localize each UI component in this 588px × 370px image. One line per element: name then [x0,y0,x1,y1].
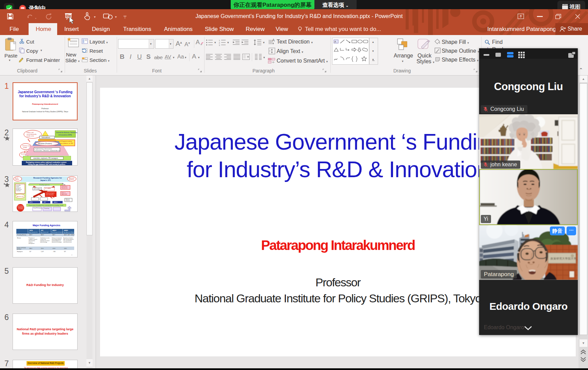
svg-text:development: development [29,243,34,244]
svg-text:Science: Science [66,200,70,201]
svg-text:New Energy and Industrial: New Energy and Industrial [52,232,63,233]
svg-text:Advance Sci: Advance Sci [17,196,24,197]
svg-text:Council for Science, Technolog: Council for Science, Technology [56,132,77,133]
svg-text:Check: Check [15,179,19,180]
svg-text:A: A [272,38,275,42]
svg-text:MEXT, METI, MHLW: MEXT, METI, MHLW [64,234,75,236]
svg-text:AMED: AMED [64,230,68,231]
svg-text:needs to be: needs to be [27,135,34,137]
svg-text:1: 1 [219,39,220,41]
svg-text:～800: ～800 [52,251,55,252]
svg-text:MEXT: MEXT [41,234,44,236]
svg-text:new missions: new missions [46,194,54,196]
svg-text:Applicable: Applicable [62,194,67,195]
svg-text:Funding agencies: Funding agencies [39,184,50,186]
svg-text:JSPS: JSPS [29,202,33,203]
svg-text:outcome: outcome [16,190,21,191]
svg-text:JSPS-MEXT: JSPS-MEXT [33,188,41,190]
svg-text:needs: needs [23,147,27,148]
svg-text:MEXT: MEXT [29,234,32,236]
svg-text:Grant/Participation: Grant/Participation [33,207,43,209]
svg-text:Japan Science and: Japan Science and [40,232,48,233]
svg-text:and infrastructures: and infrastructures [63,241,72,243]
svg-text:Japan Society for the: Japan Society for the [29,232,38,233]
svg-text:Mission: Mission [17,237,21,239]
svg-text:Science: Science [69,179,74,180]
svg-text:Ministries (Funders): Ministries (Funders) [38,143,52,145]
svg-text:327: 327 [64,251,66,252]
svg-text:Filling the gap between S&T an: Filling the gap between S&T and society … [28,164,65,165]
svg-text:Employees: Employees [17,251,23,252]
svg-text:119.0: 119.0 [41,248,44,249]
svg-text:Research Funding Agencies for: Research Funding Agencies for [33,177,62,179]
svg-text:126.5: 126.5 [64,248,67,249]
svg-text:restructuring &: restructuring & [46,192,54,194]
svg-text:universities, industries, nati: universities, industries, national labs … [35,150,61,151]
svg-text:Major Funding Agencies: Major Funding Agencies [33,224,60,227]
svg-text:2: 2 [219,42,220,44]
svg-text:NEDO: NEDO [54,202,58,203]
svg-text:METI: METI [52,234,55,236]
svg-text:JSPS: JSPS [29,230,33,231]
svg-text:政策研究大学院大学: 政策研究大学院大学 [550,257,577,260]
svg-text:Presiding Ministry: Presiding Ministry [17,234,26,236]
svg-text:JST: JST [44,202,46,203]
svg-text:Subcabinet: Subcabinet [42,136,50,138]
svg-text:industrial technologies: industrial technologies [52,241,62,243]
svg-text:Reshaping science policy makin: Reshaping science policy making & evalua… [26,162,66,163]
svg-text:147: 147 [29,251,31,252]
svg-text:& funding: & funding [18,208,23,209]
svg-text:Needs-driv.: Needs-driv. [62,187,68,189]
svg-text:JST: JST [41,230,44,231]
svg-text:(bln.yen): (bln.yen) [17,249,21,250]
svg-text:and technology: and technology [40,241,47,243]
svg-text:NEDO: NEDO [52,230,56,231]
svg-text:Japan's STI: Japan's STI [40,179,51,181]
svg-text:A spectrum of funding from cur: A spectrum of funding from curiosity dri… [29,205,63,206]
svg-text:3: 3 [219,44,220,46]
svg-text:129.8: 129.8 [52,248,55,249]
svg-text:A: A [334,40,337,43]
svg-text:& Innovation (CSTI): & Innovation (CSTI) [59,134,72,136]
svg-text:Promoting: Promoting [44,208,49,209]
svg-text:Japan Agency for Medical: Japan Agency for Medical [63,232,74,233]
svg-text:JST, AMED: JST, AMED [45,188,51,189]
svg-text:scientists, engineers, PD mana: scientists, engineers, PD managers [33,157,58,159]
svg-text:1,247: 1,247 [41,251,44,252]
svg-text:266.3: 266.3 [29,248,32,249]
svg-text:4: 4 [71,254,72,256]
